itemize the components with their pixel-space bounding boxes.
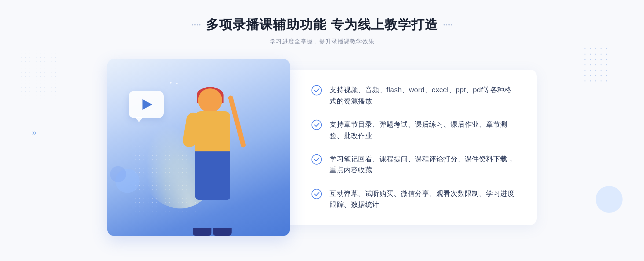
check-icon-4	[311, 189, 322, 199]
illustration-card: ✦ ✦	[107, 59, 290, 236]
feature-item-2: 支持章节目录、弹题考试、课后练习、课后作业、章节测验、批改作业	[311, 119, 515, 141]
play-bubble	[129, 91, 164, 118]
feature-text-1: 支持视频、音频、flash、word、excel、ppt、pdf等各种格式的资源…	[330, 84, 515, 107]
play-icon	[142, 99, 152, 110]
svg-point-2	[312, 155, 321, 164]
semicircle-deco	[596, 186, 623, 213]
page-wrapper: 多项录播课辅助功能 专为线上教学打造 学习进度全掌握，提升录播课教学效果 »	[0, 0, 644, 261]
person-arm-up	[228, 95, 246, 148]
svg-point-3	[312, 189, 321, 199]
feature-item-1: 支持视频、音频、flash、word、excel、ppt、pdf等各种格式的资源…	[311, 84, 515, 107]
main-title: 多项录播课辅助功能 专为线上教学打造	[206, 16, 438, 33]
person-foot-left	[193, 228, 211, 236]
header-dots-right	[444, 24, 452, 25]
person-body	[195, 111, 230, 154]
header-decoration: 多项录播课辅助功能 专为线上教学打造	[192, 16, 452, 33]
feature-item-4: 互动弹幕、试听购买、微信分享、观看次数限制、学习进度跟踪、数据统计	[311, 188, 515, 210]
person-head	[198, 88, 222, 113]
circle-deco-2	[110, 166, 126, 182]
feature-item-3: 学习笔记回看、课程提问、课程评论打分、课件资料下载，重点内容收藏	[311, 154, 515, 176]
check-icon-3	[311, 154, 322, 165]
page-left-chevrons-deco: »	[32, 129, 36, 136]
person-foot-right	[213, 228, 232, 236]
svg-point-1	[312, 120, 321, 130]
person-figure	[171, 86, 262, 236]
star-small-icon: ✦	[176, 82, 178, 85]
header-section: 多项录播课辅助功能 专为线上教学打造 学习进度全掌握，提升录播课教学效果	[192, 16, 452, 46]
check-icon-1	[311, 85, 322, 96]
sub-title: 学习进度全掌握，提升录播课教学效果	[192, 38, 452, 46]
star-icon: ✦	[169, 80, 173, 85]
illustration-inner: ✦ ✦	[107, 59, 290, 236]
person-pants	[195, 151, 230, 200]
check-icon-2	[311, 120, 322, 130]
chevron-icon: »	[32, 129, 36, 136]
stars-decoration: ✦ ✦	[169, 80, 178, 85]
feature-text-2: 支持章节目录、弹题考试、课后练习、课后作业、章节测验、批改作业	[330, 119, 515, 141]
page-right-dots-deco	[584, 48, 609, 84]
header-dots-left	[192, 24, 200, 25]
feature-panel: 支持视频、音频、flash、word、excel、ppt、pdf等各种格式的资源…	[282, 70, 537, 225]
feature-text-3: 学习笔记回看、课程提问、课程评论打分、课件资料下载，重点内容收藏	[330, 154, 515, 176]
grid-dots	[584, 48, 609, 84]
feature-text-4: 互动弹幕、试听购买、微信分享、观看次数限制、学习进度跟踪、数据统计	[330, 188, 515, 210]
svg-point-0	[312, 85, 321, 95]
content-area: ✦ ✦	[107, 59, 537, 236]
